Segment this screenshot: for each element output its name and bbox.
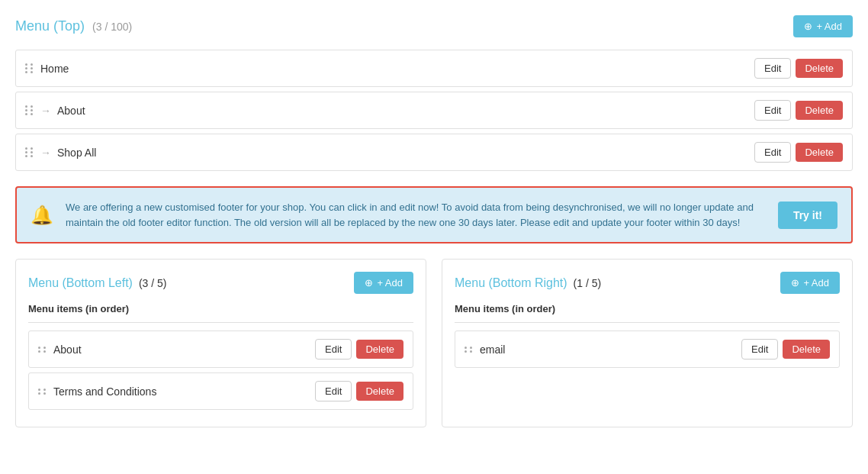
top-menu-title-group: Menu (Top) (3 / 100) bbox=[15, 18, 132, 34]
br-email-edit-button[interactable]: Edit bbox=[741, 339, 778, 360]
bottom-left-row-about: About Edit Delete bbox=[28, 331, 413, 368]
bl-terms-edit-button[interactable]: Edit bbox=[315, 381, 352, 401]
top-menu-title: Menu (Top) bbox=[15, 18, 85, 34]
page-wrapper: Menu (Top) (3 / 100) ⊕ + Add Home Edit D… bbox=[0, 0, 868, 474]
drag-handle[interactable] bbox=[25, 63, 34, 73]
menu-row-shop-all: → Shop All Edit Delete bbox=[15, 134, 853, 171]
drag-handle[interactable] bbox=[25, 147, 34, 157]
bottom-sections: Menu (Bottom Left) (3 / 5) ⊕ + Add Menu … bbox=[15, 259, 853, 427]
about-delete-button[interactable]: Delete bbox=[796, 101, 843, 120]
home-delete-button[interactable]: Delete bbox=[796, 59, 843, 78]
alert-banner: 🔔 We are offering a new customised foote… bbox=[15, 186, 853, 243]
menu-item-label: Terms and Conditions bbox=[53, 385, 315, 398]
bottom-left-items-label: Menu items (in order) bbox=[28, 303, 413, 314]
drag-handle[interactable] bbox=[38, 347, 47, 353]
bottom-left-header: Menu (Bottom Left) (3 / 5) ⊕ + Add bbox=[28, 272, 413, 294]
bell-icon: 🔔 bbox=[31, 205, 53, 226]
menu-row-home: Home Edit Delete bbox=[15, 50, 853, 87]
bl-about-edit-button[interactable]: Edit bbox=[315, 339, 352, 360]
about-edit-button[interactable]: Edit bbox=[754, 100, 791, 121]
bottom-right-title-group: Menu (Bottom Right) (1 / 5) bbox=[455, 276, 601, 290]
plus-icon: ⊕ bbox=[365, 277, 373, 289]
bl-about-delete-button[interactable]: Delete bbox=[356, 340, 403, 359]
bottom-left-row-terms: Terms and Conditions Edit Delete bbox=[28, 372, 413, 410]
top-menu-add-button[interactable]: ⊕ + Add bbox=[793, 15, 853, 37]
try-it-button[interactable]: Try it! bbox=[778, 202, 837, 229]
menu-item-label: Shop All bbox=[57, 147, 754, 159]
bottom-left-count: (3 / 5) bbox=[139, 277, 167, 289]
add-label: + Add bbox=[803, 277, 829, 289]
arrow-icon: → bbox=[40, 105, 51, 117]
bottom-right-items-label: Menu items (in order) bbox=[455, 303, 840, 314]
top-menu-count: (3 / 100) bbox=[92, 21, 132, 33]
shop-all-edit-button[interactable]: Edit bbox=[754, 142, 791, 163]
menu-row-about: → About Edit Delete bbox=[15, 92, 853, 129]
bottom-right-header: Menu (Bottom Right) (1 / 5) ⊕ + Add bbox=[455, 272, 840, 294]
bl-terms-delete-button[interactable]: Delete bbox=[356, 382, 403, 401]
divider bbox=[28, 322, 413, 323]
bottom-right-row-email: email Edit Delete bbox=[455, 331, 840, 368]
add-label: + Add bbox=[816, 21, 842, 32]
drag-handle[interactable] bbox=[38, 389, 47, 395]
bottom-left-title-group: Menu (Bottom Left) (3 / 5) bbox=[28, 276, 167, 290]
menu-item-label: email bbox=[480, 343, 741, 356]
menu-item-label: About bbox=[53, 343, 315, 356]
home-edit-button[interactable]: Edit bbox=[754, 58, 791, 79]
plus-icon: ⊕ bbox=[804, 21, 812, 32]
bottom-right-add-button[interactable]: ⊕ + Add bbox=[780, 272, 840, 294]
drag-handle[interactable] bbox=[465, 347, 474, 353]
shop-all-delete-button[interactable]: Delete bbox=[796, 143, 843, 162]
arrow-icon: → bbox=[40, 147, 51, 159]
bottom-right-title: Menu (Bottom Right) bbox=[455, 276, 567, 290]
plus-icon: ⊕ bbox=[791, 277, 799, 289]
bottom-left-add-button[interactable]: ⊕ + Add bbox=[354, 272, 413, 294]
bottom-left-title: Menu (Bottom Left) bbox=[28, 276, 133, 290]
br-email-delete-button[interactable]: Delete bbox=[783, 340, 830, 359]
top-menu-header: Menu (Top) (3 / 100) ⊕ + Add bbox=[15, 15, 853, 37]
bottom-right-count: (1 / 5) bbox=[574, 277, 602, 289]
alert-text: We are offering a new customised footer … bbox=[66, 200, 766, 230]
menu-item-label: Home bbox=[40, 63, 754, 75]
divider bbox=[455, 322, 840, 323]
bottom-right-section: Menu (Bottom Right) (1 / 5) ⊕ + Add Menu… bbox=[442, 259, 853, 427]
add-label: + Add bbox=[377, 277, 403, 289]
bottom-left-section: Menu (Bottom Left) (3 / 5) ⊕ + Add Menu … bbox=[15, 259, 426, 427]
drag-handle[interactable] bbox=[25, 105, 34, 115]
menu-item-label: About bbox=[57, 105, 754, 117]
